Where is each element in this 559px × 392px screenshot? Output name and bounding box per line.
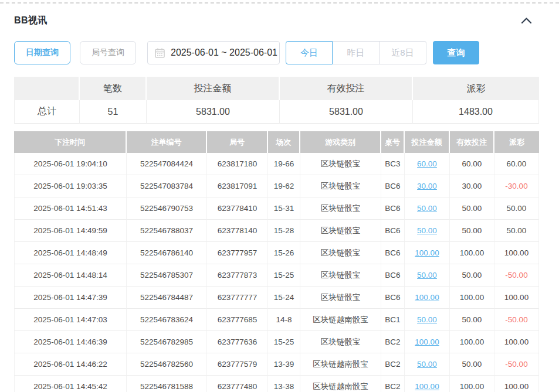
bet-amount-link[interactable]: 100.00 [415,338,439,346]
session-cell: 15-31 [268,197,300,220]
session-cell: 14-8 [268,309,300,331]
order-id-cell: 522546781588 [127,376,207,392]
bet-amount-link[interactable]: 50.00 [417,226,437,235]
table-id-cell: BC6 [381,287,405,309]
bet-time-cell: 2025-06-01 14:47:39 [14,287,127,309]
round-id-cell: 623777636 [207,331,268,353]
table-row: 2025-06-01 14:51:43522546790753623778410… [14,197,539,220]
bb-video-panel: BB视讯 日期查询 局号查询 2025-06-01 ~ 2025-06-01 今… [14,14,539,392]
summary-header-cell: 有效投注 [280,77,413,100]
payout-cell: 100.00 [494,376,539,392]
bet-time-cell: 2025-06-01 19:03:35 [14,175,127,197]
bet-amount-cell: 30.00 [405,175,450,197]
session-cell: 19-66 [268,153,300,175]
bet-time-cell: 2025-06-01 14:48:49 [14,242,127,264]
summary-header-cell [14,77,80,100]
order-id-cell: 522546790753 [127,197,207,220]
today-button[interactable]: 今日 [286,41,333,64]
bet-amount-link[interactable]: 50.00 [417,271,437,279]
game-type-cell: 区块链骰宝 [300,197,381,220]
valid-bet-cell: 50.00 [450,309,494,331]
order-id-cell: 522546783624 [127,309,207,331]
bet-amount-link[interactable]: 100.00 [415,293,439,302]
bet-amount-link[interactable]: 50.00 [417,360,437,369]
session-cell: 13-39 [268,353,300,376]
page-title: BB视讯 [14,15,48,27]
collapse-button[interactable] [521,17,532,24]
table-row: 2025-06-01 14:49:59522546788037623778140… [14,220,539,242]
date-range-input[interactable]: 2025-06-01 ~ 2025-06-01 [147,41,280,64]
bet-amount-cell: 50.00 [405,353,450,376]
game-type-cell: 区块链骰宝 [300,153,381,175]
summary-value-cell: 51 [80,100,147,124]
dashed-divider [0,2,559,4]
payout-cell: -30.00 [494,175,539,197]
game-type-cell: 区块链越南骰宝 [300,353,381,376]
records-header-cell: 桌号 [381,131,405,153]
date-range-value: 2025-06-01 ~ 2025-06-01 [171,47,277,58]
payout-cell: 50.00 [494,197,539,220]
table-id-cell: BC1 [381,309,405,331]
table-row: 2025-06-01 14:47:03522546783624623777685… [14,309,539,331]
records-header-cell: 注单编号 [127,131,207,153]
table-row: 2025-06-01 14:47:39522546784487623777777… [14,287,539,309]
bet-amount-link[interactable]: 60.00 [417,159,437,168]
order-id-cell: 522547084424 [127,153,207,175]
game-type-cell: 区块链骰宝 [300,331,381,353]
game-type-cell: 区块链越南骰宝 [300,309,381,331]
round-id-cell: 623777957 [207,242,268,264]
summary-header-cell: 投注金额 [147,77,280,100]
order-id-cell: 522547083784 [127,175,207,197]
payout-cell: -50.00 [494,309,539,331]
quick-range-group: 今日 昨日 近8日 [286,41,426,64]
payout-cell: 50.00 [494,220,539,242]
bet-amount-cell: 100.00 [405,331,450,353]
bet-amount-cell: 100.00 [405,287,450,309]
records-header-row: 下注时间注单编号局号场次游戏类别桌号投注金额有效投注派彩 [14,131,539,153]
valid-bet-cell: 30.00 [450,175,494,197]
valid-bet-cell: 60.00 [450,153,494,175]
bet-amount-cell: 50.00 [405,197,450,220]
valid-bet-cell: 50.00 [450,264,494,287]
bet-amount-link[interactable]: 100.00 [415,382,439,391]
bet-amount-link[interactable]: 50.00 [417,204,437,213]
valid-bet-cell: 50.00 [450,197,494,220]
order-id-cell: 522546788037 [127,220,207,242]
session-cell: 19-62 [268,175,300,197]
yesterday-button[interactable]: 昨日 [333,41,380,64]
round-id-cell: 623777873 [207,264,268,287]
round-id-cell: 623817091 [207,175,268,197]
bet-amount-link[interactable]: 50.00 [417,315,437,324]
bet-time-cell: 2025-06-01 14:51:43 [14,197,127,220]
date-query-button[interactable]: 日期查询 [14,41,70,64]
table-id-cell: BC2 [381,353,405,376]
table-row: 2025-06-01 14:48:14522546785307623777873… [14,264,539,287]
last8days-button[interactable]: 近8日 [380,41,426,64]
bet-amount-link[interactable]: 30.00 [417,182,437,190]
session-cell: 13-38 [268,376,300,392]
order-id-cell: 522546784487 [127,287,207,309]
bet-amount-cell: 100.00 [405,242,450,264]
calendar-icon [155,48,165,58]
table-row: 2025-06-01 19:04:10522547084424623817180… [14,153,539,175]
table-row: 2025-06-01 14:46:39522546782985623777636… [14,331,539,353]
round-id-cell: 623778140 [207,220,268,242]
payout-cell: -50.00 [494,353,539,376]
chevron-up-icon [521,17,532,24]
round-id-cell: 623778410 [207,197,268,220]
valid-bet-cell: 50.00 [450,353,494,376]
bet-amount-cell: 50.00 [405,309,450,331]
round-query-button[interactable]: 局号查询 [80,41,136,64]
summary-table: 笔数投注金额有效投注派彩 总计515831.005831.001483.00 [14,77,539,124]
payout-cell: 60.00 [494,153,539,175]
search-button[interactable]: 查询 [433,41,479,64]
table-row: 2025-06-01 14:48:49522546786140623777957… [14,242,539,264]
round-id-cell: 623777480 [207,376,268,392]
summary-header-cell: 笔数 [80,77,147,100]
session-cell: 15-28 [268,220,300,242]
table-row: 2025-06-01 19:03:35522547083784623817091… [14,175,539,197]
bet-amount-link[interactable]: 100.00 [415,248,439,257]
game-type-cell: 区块链骰宝 [300,175,381,197]
panel-header: BB视讯 [14,14,539,27]
table-id-cell: BC6 [381,264,405,287]
